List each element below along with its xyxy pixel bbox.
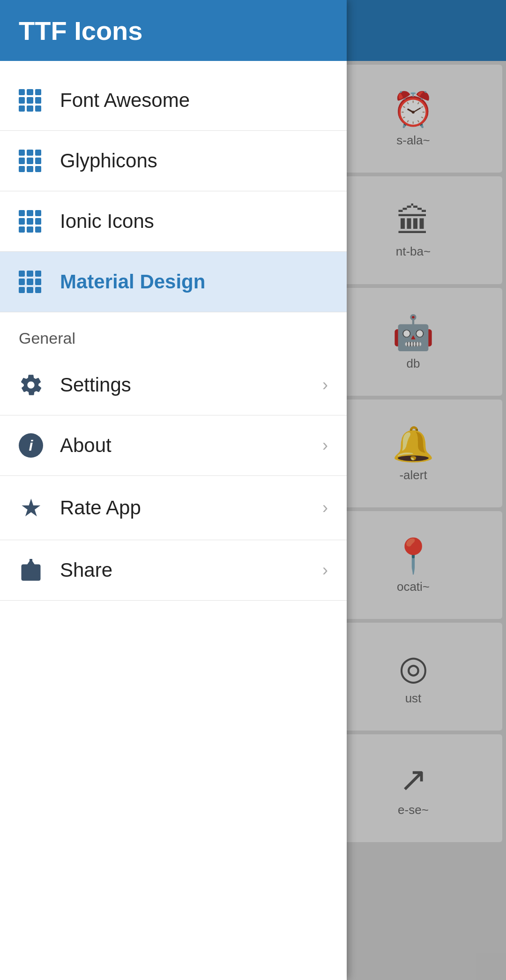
info-circle: i (19, 433, 43, 458)
share-label: Share (60, 559, 305, 581)
grid-icon-ionic (19, 210, 43, 233)
star-symbol: ★ (20, 494, 42, 522)
rate-app-chevron-icon: › (322, 498, 328, 518)
nav-label-material: Material Design (60, 271, 205, 293)
gear-icon (19, 373, 43, 397)
nav-label-ionic: Ionic Icons (60, 210, 154, 233)
share-icon (19, 558, 43, 582)
settings-label: Settings (60, 374, 305, 396)
menu-item-rate-app[interactable]: ★ Rate App › (0, 476, 347, 540)
nav-label-glyphicons: Glyphicons (60, 150, 157, 172)
drawer-title: TTF Icons (19, 15, 142, 46)
nav-item-material-design[interactable]: Material Design (0, 252, 347, 312)
drawer: TTF Icons Font Awesome (0, 0, 347, 980)
nav-item-glyphicons[interactable]: Glyphicons (0, 131, 347, 191)
about-label: About (60, 434, 305, 457)
star-icon: ★ (19, 494, 43, 522)
settings-chevron-icon: › (322, 375, 328, 395)
nav-item-font-awesome[interactable]: Font Awesome (0, 70, 347, 131)
nav-item-ionic-icons[interactable]: Ionic Icons (0, 191, 347, 252)
menu-item-about[interactable]: i About › (0, 415, 347, 476)
drawer-header: TTF Icons (0, 0, 347, 61)
about-chevron-icon: › (322, 436, 328, 455)
svg-rect-4 (22, 566, 39, 580)
drawer-content: Font Awesome Glyphicons Io (0, 61, 347, 980)
grid-icon-glyphicons (19, 150, 43, 172)
menu-item-settings[interactable]: Settings › (0, 355, 347, 415)
share-chevron-icon: › (322, 560, 328, 580)
svg-rect-6 (30, 560, 32, 566)
general-section-label: General (0, 312, 347, 355)
menu-item-share[interactable]: Share › (0, 540, 347, 601)
grid-icon-material (19, 271, 43, 293)
info-icon: i (19, 433, 43, 458)
nav-label-font-awesome: Font Awesome (60, 89, 190, 112)
rate-app-label: Rate App (60, 497, 305, 519)
grid-icon-font-awesome (19, 89, 43, 112)
